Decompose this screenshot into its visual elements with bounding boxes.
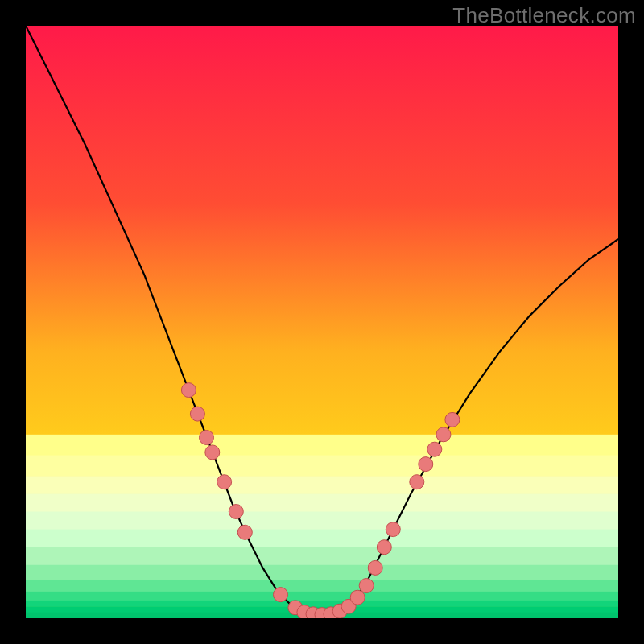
outer-frame: TheBottleneck.com [0,0,644,644]
svg-rect-7 [26,547,618,566]
svg-point-37 [436,427,451,442]
svg-point-20 [237,525,252,539]
svg-rect-4 [26,493,618,512]
svg-point-29 [350,590,365,605]
svg-point-19 [229,505,243,519]
svg-point-15 [190,407,204,421]
chart-svg [26,26,618,618]
svg-point-35 [419,457,433,472]
svg-point-18 [217,475,232,489]
svg-point-31 [368,560,382,575]
svg-point-16 [200,431,214,445]
svg-rect-1 [26,435,618,456]
svg-rect-9 [26,580,618,592]
svg-rect-6 [26,530,618,548]
svg-point-14 [181,383,196,398]
svg-point-17 [205,445,220,460]
svg-point-33 [386,522,400,537]
svg-point-34 [410,475,424,489]
svg-rect-10 [26,592,618,601]
svg-rect-5 [26,512,618,530]
svg-rect-8 [26,565,618,580]
svg-point-21 [274,588,288,602]
svg-rect-3 [26,476,618,494]
svg-rect-11 [26,601,618,607]
svg-point-36 [427,442,442,456]
watermark-text: TheBottleneck.com [452,3,636,28]
svg-point-32 [377,540,391,555]
svg-rect-2 [26,456,618,477]
svg-point-38 [445,412,460,427]
plot-area [26,26,618,618]
svg-point-30 [359,579,374,593]
